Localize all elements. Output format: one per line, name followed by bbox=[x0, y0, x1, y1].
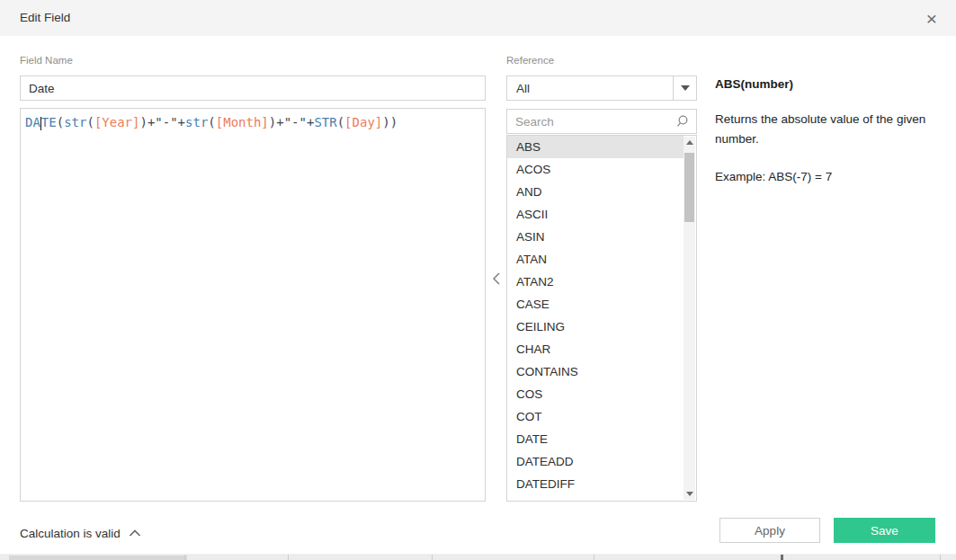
apply-button[interactable]: Apply bbox=[719, 518, 820, 543]
scroll-up-icon[interactable] bbox=[683, 137, 695, 148]
function-list-item[interactable]: DATEADD bbox=[507, 450, 683, 473]
search-icon bbox=[675, 114, 690, 129]
function-example: Example: ABS(-7) = 7 bbox=[715, 170, 832, 183]
collapse-reference-chevron-icon[interactable] bbox=[489, 269, 504, 289]
scrollbar-thumb[interactable] bbox=[684, 153, 694, 222]
function-list-scrollbar[interactable] bbox=[683, 137, 695, 500]
dialog-titlebar: Edit Field × bbox=[0, 0, 956, 36]
function-list-item[interactable]: ASCII bbox=[507, 203, 683, 226]
reference-filter-value: All bbox=[516, 82, 530, 95]
calculation-status: Calculation is valid bbox=[20, 524, 141, 542]
save-button[interactable]: Save bbox=[834, 518, 935, 543]
function-list-item[interactable]: CASE bbox=[507, 293, 683, 316]
scroll-down-icon[interactable] bbox=[683, 488, 695, 500]
function-list-item[interactable]: AND bbox=[507, 181, 683, 203]
function-list-item[interactable]: COS bbox=[507, 383, 683, 405]
field-name-input[interactable] bbox=[20, 76, 486, 101]
function-list-item[interactable]: CEILING bbox=[507, 316, 683, 338]
function-list: ABSACOSANDASCIIASINATANATAN2CASECEILINGC… bbox=[506, 135, 697, 502]
chevron-down-icon bbox=[681, 85, 690, 91]
function-list-items: ABSACOSANDASCIIASINATANATAN2CASECEILINGC… bbox=[507, 136, 696, 502]
function-list-item[interactable]: DATENAME bbox=[507, 495, 683, 502]
search-input[interactable] bbox=[507, 110, 669, 133]
function-list-item[interactable]: ATAN bbox=[507, 248, 683, 271]
function-list-item[interactable]: ACOS bbox=[507, 158, 683, 181]
function-list-item[interactable]: ATAN2 bbox=[507, 271, 683, 293]
function-list-item[interactable]: CHAR bbox=[507, 338, 683, 360]
calculation-status-text: Calculation is valid bbox=[20, 527, 121, 540]
function-list-item[interactable]: ABS bbox=[507, 136, 683, 158]
function-list-item[interactable]: CONTAINS bbox=[507, 360, 683, 383]
field-name-label: Field Name bbox=[20, 55, 73, 66]
reference-filter-dropdown[interactable]: All bbox=[506, 76, 697, 101]
dialog-title: Edit Field bbox=[20, 11, 70, 24]
function-list-item[interactable]: DATE bbox=[507, 428, 683, 450]
reference-label: Reference bbox=[506, 55, 554, 66]
close-icon[interactable]: × bbox=[920, 6, 943, 30]
function-list-item[interactable]: ASIN bbox=[507, 226, 683, 248]
function-list-item[interactable]: COT bbox=[507, 405, 683, 428]
dropdown-arrow-box[interactable] bbox=[673, 76, 696, 100]
edit-field-dialog: Edit Field × Field Name DATE(str([Year])… bbox=[0, 0, 956, 560]
formula-text: DATE(str([Year])+"-"+str([Month])+"-"+ST… bbox=[25, 115, 480, 130]
function-signature: ABS(number) bbox=[715, 77, 793, 91]
function-list-item[interactable]: DATEDIFF bbox=[507, 473, 683, 495]
formula-editor[interactable]: DATE(str([Year])+"-"+str([Month])+"-"+ST… bbox=[20, 108, 486, 502]
background-grid-strip bbox=[0, 555, 956, 560]
function-description: Returns the absolute value of the given … bbox=[715, 110, 942, 149]
chevron-up-icon[interactable] bbox=[129, 529, 141, 538]
function-search-box bbox=[506, 109, 697, 134]
